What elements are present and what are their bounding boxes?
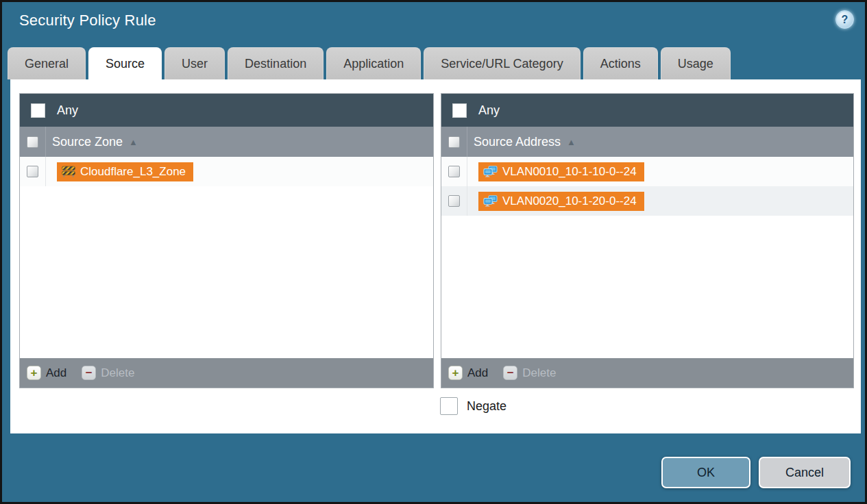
add-button[interactable]: + Add [448, 366, 488, 380]
tab-application[interactable]: Application [326, 47, 421, 79]
tab-general[interactable]: General [8, 47, 86, 79]
help-icon[interactable]: ? [835, 10, 854, 29]
table-row: Cloudflare_L3_Zone [20, 157, 433, 186]
row-checkbox[interactable] [448, 166, 460, 177]
add-plus-icon: + [27, 366, 41, 380]
negate-option: Negate [440, 397, 506, 415]
zone-barrier-icon [62, 166, 75, 177]
table-row: VLAN0010_10-1-10-0--24 [441, 157, 853, 186]
tab-user[interactable]: User [164, 47, 225, 79]
tab-actions[interactable]: Actions [583, 47, 658, 79]
sort-ascending-icon[interactable]: ▲ [129, 137, 138, 147]
negate-checkbox[interactable] [440, 397, 458, 415]
table-row: VLAN0020_10-1-20-0--24 [441, 186, 853, 216]
dialog-title: Security Policy Rule [19, 12, 156, 29]
source-tab-content: Any Source Zone ▲ [10, 79, 861, 433]
address-network-icon [483, 166, 498, 177]
tab-source[interactable]: Source [88, 47, 162, 79]
tab-usage[interactable]: Usage [661, 47, 731, 79]
source-zone-column-header: Source Zone ▲ [20, 127, 433, 157]
row-checkbox[interactable] [448, 195, 460, 207]
security-policy-rule-dialog: Security Policy Rule ? General Source Us… [0, 0, 867, 504]
source-zone-column-title[interactable]: Source Zone [52, 135, 123, 149]
tab-service-url-category[interactable]: Service/URL Category [424, 47, 580, 79]
delete-minus-icon: − [82, 366, 96, 380]
source-zone-any-label: Any [57, 103, 78, 118]
add-button[interactable]: + Add [27, 366, 66, 380]
tab-destination[interactable]: Destination [228, 47, 323, 79]
zone-chip[interactable]: Cloudflare_L3_Zone [57, 162, 193, 181]
source-address-panel: Any Source Address ▲ [441, 93, 854, 388]
delete-button[interactable]: − Delete [82, 366, 134, 380]
add-plus-icon: + [448, 366, 463, 380]
source-address-select-all-checkbox[interactable] [448, 136, 460, 148]
source-address-column-header: Source Address ▲ [441, 127, 853, 157]
address-chip-label: VLAN0020_10-1-20-0--24 [502, 194, 637, 208]
source-zone-panel: Any Source Zone ▲ [19, 93, 434, 388]
source-address-list: VLAN0010_10-1-10-0--24 [441, 157, 853, 358]
delete-minus-icon: − [503, 366, 517, 380]
source-zone-any-checkbox[interactable] [31, 103, 45, 118]
source-address-footer: + Add − Delete [441, 358, 853, 388]
address-chip-label: VLAN0010_10-1-10-0--24 [502, 165, 637, 179]
cancel-button[interactable]: Cancel [759, 457, 851, 488]
source-zone-select-all-checkbox[interactable] [27, 136, 38, 148]
row-checkbox[interactable] [27, 166, 38, 177]
source-zone-footer: + Add − Delete [20, 358, 433, 388]
sort-ascending-icon[interactable]: ▲ [567, 137, 576, 147]
source-address-column-title[interactable]: Source Address [474, 135, 561, 149]
negate-label: Negate [467, 399, 506, 414]
address-chip[interactable]: VLAN0010_10-1-10-0--24 [478, 162, 644, 181]
zone-chip-label: Cloudflare_L3_Zone [80, 165, 186, 179]
source-address-any-label: Any [478, 103, 500, 118]
ok-button[interactable]: OK [661, 457, 750, 488]
source-zone-list: Cloudflare_L3_Zone [20, 157, 433, 358]
source-address-any-checkbox[interactable] [452, 103, 467, 118]
address-chip[interactable]: VLAN0020_10-1-20-0--24 [478, 192, 644, 211]
delete-button[interactable]: − Delete [503, 366, 556, 380]
address-network-icon [483, 195, 498, 207]
tab-bar: General Source User Destination Applicat… [8, 47, 859, 79]
source-zone-any-row: Any [20, 94, 433, 127]
source-address-any-row: Any [441, 94, 853, 127]
